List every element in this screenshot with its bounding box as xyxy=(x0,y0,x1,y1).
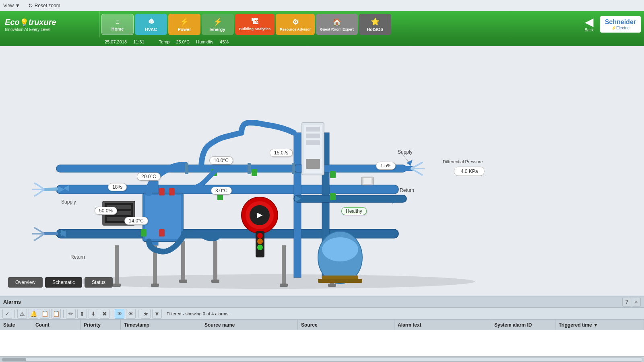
nav-hotsos-button[interactable]: ⭐ HotSOS xyxy=(359,14,391,35)
col-alarm-text[interactable]: Alarm text xyxy=(394,320,491,330)
svg-rect-62 xyxy=(185,163,188,174)
col-source[interactable]: Source xyxy=(298,320,394,330)
filter-text: Filtered - showing 0 of 4 alarms. xyxy=(167,311,230,316)
view-menu-button[interactable]: View ▼ xyxy=(3,3,20,8)
svg-rect-25 xyxy=(282,245,286,286)
alarms-title: Alarms xyxy=(3,299,21,305)
svg-text:Differential Pressure: Differential Pressure xyxy=(443,159,483,164)
alarm-down-button[interactable]: ⬇ xyxy=(89,309,98,319)
home-label: Home xyxy=(111,27,124,31)
logo-sub: Innovation At Every Level xyxy=(5,27,95,32)
back-label: Back xyxy=(584,28,593,32)
alarms-help-button[interactable]: ? xyxy=(622,298,631,306)
nav-power-button[interactable]: ⚡ Power xyxy=(168,14,200,35)
energy-icon: ⚡ xyxy=(213,17,222,26)
col-source-name[interactable]: Source name xyxy=(201,320,298,330)
temp-3-label: 3.0°C xyxy=(211,187,232,195)
svg-rect-59 xyxy=(306,159,320,169)
scrollbar-thumb[interactable] xyxy=(2,358,26,361)
svg-rect-63 xyxy=(248,163,251,174)
energy-label: Energy xyxy=(210,27,225,32)
alarm-warning-button[interactable]: ⚠ xyxy=(17,309,27,319)
alarm-accept-button[interactable]: ✓ xyxy=(2,309,12,319)
nav-home-button[interactable]: ⌂ Home xyxy=(101,14,134,35)
alarm-edit-button[interactable]: ✏ xyxy=(66,309,76,319)
col-system-id[interactable]: System alarm ID xyxy=(491,320,555,330)
date-label: 25.07.2018 xyxy=(105,39,127,44)
nav-guest-button[interactable]: 🏠 Guest Room Expert xyxy=(316,14,358,35)
svg-rect-27 xyxy=(113,284,121,287)
nav-resource-button[interactable]: ⚙ Resource Advisor xyxy=(276,14,315,35)
logo-area: Eco💡truxure Innovation At Every Level xyxy=(0,11,100,37)
svg-text:4.0 KPa: 4.0 KPa xyxy=(461,169,478,174)
svg-rect-61 xyxy=(363,178,372,184)
view-buttons: Overview Schematic Status xyxy=(8,277,113,288)
reset-zoom-button[interactable]: ↻ Reset zoom xyxy=(28,2,60,9)
svg-rect-36 xyxy=(141,229,147,237)
svg-text:Return: Return xyxy=(400,187,414,193)
svg-rect-34 xyxy=(169,188,175,195)
back-arrow-icon: ◀ xyxy=(585,16,594,28)
svg-rect-28 xyxy=(151,284,159,287)
alarm-list2-button[interactable]: 📋 xyxy=(51,309,61,319)
toolbar-sep-2 xyxy=(63,310,64,318)
temp-label: Temp xyxy=(159,39,170,44)
nav-energy-button[interactable]: ⚡ Energy xyxy=(202,14,234,35)
svg-rect-32 xyxy=(328,284,336,287)
temp-value: 25.0°C xyxy=(176,39,190,44)
svg-rect-56 xyxy=(306,127,320,132)
home-icon: ⌂ xyxy=(116,17,120,26)
pct-50-label: 50.0% xyxy=(95,207,117,215)
svg-rect-29 xyxy=(179,280,187,283)
back-button[interactable]: ◀ Back xyxy=(581,15,597,34)
nav-hvac-button[interactable]: ❅ HVAC xyxy=(135,14,167,35)
overview-button[interactable]: Overview xyxy=(8,277,43,288)
scrollbar-track[interactable] xyxy=(2,358,642,362)
alarms-scrollbar[interactable] xyxy=(0,356,644,362)
svg-text:Return: Return xyxy=(70,254,85,260)
toolbar-sep-3 xyxy=(112,310,112,318)
hotsos-icon: ⭐ xyxy=(371,17,380,26)
alarm-up-button[interactable]: ⬆ xyxy=(77,309,87,319)
col-count[interactable]: Count xyxy=(32,320,80,330)
schneider-logo: Schneider ⚡Electric xyxy=(600,16,641,33)
top-bar: View ▼ ↻ Reset zoom xyxy=(0,0,644,11)
nav-buttons: ⌂ Home ❅ HVAC ⚡ Power ⚡ Energy 🏗 Buildin… xyxy=(100,11,578,37)
nav-building-button[interactable]: 🏗 Building Analytics xyxy=(235,14,275,35)
col-timestamp[interactable]: Timestamp xyxy=(121,320,201,330)
svg-rect-64 xyxy=(292,163,295,174)
view-label: View xyxy=(3,3,14,8)
svg-rect-23 xyxy=(181,241,185,282)
healthy-label: Healthy xyxy=(341,207,367,215)
alarm-list1-button[interactable]: 📋 xyxy=(40,309,50,319)
alarms-close-button[interactable]: × xyxy=(632,298,641,306)
flow-18-label: 18l/s xyxy=(108,183,127,191)
temp-10-label: 10.0°C xyxy=(209,156,233,165)
building-label: Building Analytics xyxy=(239,27,270,31)
svg-rect-30 xyxy=(211,280,219,283)
svg-point-47 xyxy=(257,233,263,239)
alarm-view2-button[interactable]: 👁 xyxy=(126,309,136,319)
svg-text:Supply: Supply xyxy=(398,149,413,155)
alarm-clear-button[interactable]: ✖ xyxy=(100,309,109,319)
col-priority[interactable]: Priority xyxy=(80,320,121,330)
alarm-view1-button[interactable]: 👁 xyxy=(115,309,124,319)
svg-rect-57 xyxy=(306,134,320,138)
svg-rect-53 xyxy=(318,279,362,283)
alarm-dropdown-button[interactable]: ▼ xyxy=(152,309,162,319)
hvac-diagram[interactable]: ▶ xyxy=(0,46,644,296)
guest-label: Guest Room Expert xyxy=(320,27,354,31)
svg-point-51 xyxy=(322,237,358,261)
schematic-button[interactable]: Schematic xyxy=(45,277,82,288)
alarm-star-button[interactable]: ★ xyxy=(141,309,151,319)
col-state: State xyxy=(0,320,32,330)
status-button[interactable]: Status xyxy=(85,277,113,288)
svg-rect-24 xyxy=(213,241,217,282)
svg-point-48 xyxy=(257,239,263,244)
humidity-label: Humidity xyxy=(196,39,213,44)
col-triggered[interactable]: Triggered time ▼ xyxy=(555,320,644,330)
main-content: ▶ xyxy=(0,46,644,296)
svg-rect-41 xyxy=(330,171,336,178)
alarm-bell-button[interactable]: 🔔 xyxy=(29,309,38,319)
building-icon: 🏗 xyxy=(251,18,258,26)
